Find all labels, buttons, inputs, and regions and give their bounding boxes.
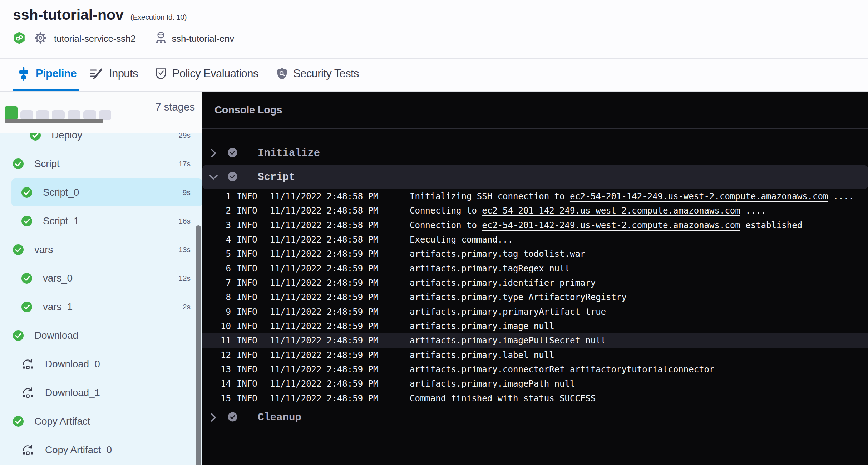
page-header: ssh-tutorial-nov (Execution Id: 10) [0, 0, 868, 58]
log-line-number: 1 [202, 189, 231, 204]
progress-horizontal-scrollbar[interactable] [5, 119, 103, 123]
item-label: Deploy [51, 133, 82, 141]
log-level: INFO [237, 305, 270, 319]
log-timestamp: 11/11/2022 2:48:59 PM [270, 377, 410, 391]
item-label: vars_0 [43, 273, 73, 284]
log-line-9[interactable]: 9INFO11/11/2022 2:48:59 PMartifacts.prim… [202, 305, 868, 319]
security-shield-icon [277, 68, 287, 80]
tab-security-tests[interactable]: Security Tests [277, 59, 359, 89]
log-line-number: 14 [202, 377, 231, 391]
log-line-8[interactable]: 8INFO11/11/2022 2:48:59 PMartifacts.prim… [202, 290, 868, 304]
log-level: INFO [237, 189, 270, 204]
stage-item-copy-artifact[interactable]: Copy Artifact [0, 407, 202, 436]
environment-icon [155, 31, 167, 46]
rollback-steps-icon [21, 359, 34, 369]
log-line-6[interactable]: 6INFO11/11/2022 2:48:59 PMartifacts.prim… [202, 261, 868, 276]
tab-pipeline[interactable]: Pipeline [19, 59, 77, 89]
log-section-cleanup[interactable]: Cleanup [202, 406, 868, 429]
log-section-script[interactable]: Script [202, 165, 868, 189]
success-check-icon [13, 416, 24, 427]
log-line-10[interactable]: 10INFO11/11/2022 2:48:59 PMartifacts.pri… [202, 319, 868, 333]
log-line-number: 15 [202, 391, 231, 406]
step-item-vars-0[interactable]: vars_012s [0, 264, 202, 293]
step-item-deploy[interactable]: Deploy29s [0, 133, 202, 150]
stage-item-vars[interactable]: vars13s [0, 235, 202, 264]
step-item-script-1[interactable]: Script_116s [0, 207, 202, 235]
item-duration: 16s [178, 217, 191, 225]
log-line-12[interactable]: 12INFO11/11/2022 2:48:59 PMartifacts.pri… [202, 348, 868, 362]
tab-policy-evaluations[interactable]: Policy Evaluations [156, 59, 258, 89]
log-line-7[interactable]: 7INFO11/11/2022 2:48:59 PMartifacts.prim… [202, 276, 868, 290]
stage-progress-square[interactable] [68, 110, 80, 120]
stages-sidebar: 7 stages Deploy29sScript17sScript_09sScr… [0, 92, 202, 465]
step-item-vars-1[interactable]: vars_12s [0, 293, 202, 321]
environment-name[interactable]: ssh-tutorial-env [172, 33, 234, 44]
log-line-13[interactable]: 13INFO11/11/2022 2:48:59 PMartifacts.pri… [202, 362, 868, 377]
log-message: Initializing SSH connection to ec2-54-20… [410, 189, 868, 204]
service-gear-icon [34, 32, 46, 45]
log-line-2[interactable]: 2INFO11/11/2022 2:48:58 PMConnecting to … [202, 204, 868, 218]
tab-label-policy-evaluations: Policy Evaluations [172, 67, 258, 80]
log-line-5[interactable]: 5INFO11/11/2022 2:48:59 PMartifacts.prim… [202, 247, 868, 261]
rollback-steps-icon [21, 445, 34, 455]
stage-progress-square[interactable] [36, 110, 49, 120]
stage-progress-square[interactable] [99, 110, 111, 120]
log-line-number: 7 [202, 276, 231, 290]
log-level: INFO [237, 333, 270, 348]
log-timestamp: 11/11/2022 2:48:59 PM [270, 362, 410, 377]
log-timestamp: 11/11/2022 2:48:58 PM [270, 218, 410, 232]
log-link[interactable]: ec2-54-201-142-249.us-west-2.compute.ama… [482, 220, 740, 230]
item-duration: 13s [178, 245, 191, 254]
stage-item-download[interactable]: Download [0, 321, 202, 350]
item-duration: 2s [183, 303, 191, 311]
log-line-15[interactable]: 15INFO11/11/2022 2:48:59 PMCommand finis… [202, 391, 868, 406]
success-check-icon [30, 133, 41, 141]
log-level: INFO [237, 247, 270, 261]
stage-progress-square[interactable] [5, 106, 18, 120]
section-title: Script [258, 171, 295, 183]
stage-item-script[interactable]: Script17s [0, 150, 202, 178]
log-link[interactable]: ec2-54-201-142-249.us-west-2.compute.ama… [482, 206, 740, 216]
log-timestamp: 11/11/2022 2:48:59 PM [270, 290, 410, 304]
console-divider [202, 128, 868, 129]
console-title: Console Logs [214, 104, 282, 116]
step-item-download-1[interactable]: Download_1 [0, 378, 202, 407]
log-timestamp: 11/11/2022 2:48:59 PM [270, 247, 410, 261]
log-line-4[interactable]: 4INFO11/11/2022 2:48:58 PMExecuting comm… [202, 232, 868, 247]
log-message: artifacts.primary.primaryArtifact true [410, 305, 868, 319]
log-line-1[interactable]: 1INFO11/11/2022 2:48:58 PMInitializing S… [202, 189, 868, 204]
section-success-icon [228, 148, 237, 159]
service-name[interactable]: tutorial-service-ssh2 [54, 33, 135, 44]
item-label: Copy Artifact_0 [45, 444, 112, 456]
stage-progress-square[interactable] [83, 110, 96, 120]
step-item-copy-artifact-0[interactable]: Copy Artifact_0 [0, 436, 202, 464]
log-level: INFO [237, 348, 270, 362]
log-timestamp: 11/11/2022 2:48:59 PM [270, 391, 410, 406]
step-item-download-0[interactable]: Download_0 [0, 350, 202, 378]
stage-progress-square[interactable] [52, 110, 65, 120]
log-line-11[interactable]: 11INFO11/11/2022 2:48:59 PMartifacts.pri… [202, 333, 868, 348]
chevron-right-icon[interactable] [209, 149, 218, 157]
log-message: artifacts.primary.imagePath null [410, 377, 868, 391]
success-check-icon [21, 302, 32, 312]
chevron-right-icon[interactable] [209, 413, 218, 422]
console-log-lines: 1INFO11/11/2022 2:48:58 PMInitializing S… [202, 189, 868, 406]
success-check-icon [13, 244, 24, 255]
chevron-down-icon[interactable] [209, 175, 218, 180]
log-message: Executing command... [410, 232, 868, 247]
log-line-number: 10 [202, 319, 231, 333]
tab-label-inputs: Inputs [109, 67, 138, 80]
stage-progress-square[interactable] [20, 110, 33, 120]
log-line-3[interactable]: 3INFO11/11/2022 2:48:58 PMConnection to … [202, 218, 868, 232]
step-item-script-0[interactable]: Script_09s [0, 178, 202, 207]
log-section-initialize[interactable]: Initialize [202, 141, 868, 165]
sidebar-vertical-scrollbar[interactable] [196, 225, 201, 465]
log-level: INFO [237, 362, 270, 377]
log-message: artifacts.primary.imagePullSecret null [410, 333, 868, 348]
tab-inputs[interactable]: Inputs [90, 59, 138, 89]
log-line-14[interactable]: 14INFO11/11/2022 2:48:59 PMartifacts.pri… [202, 377, 868, 391]
log-link[interactable]: ec2-54-201-142-249.us-west-2.compute.ama… [570, 191, 828, 201]
log-line-number: 12 [202, 348, 231, 362]
item-label: vars [34, 244, 53, 255]
log-line-number: 2 [202, 204, 231, 218]
